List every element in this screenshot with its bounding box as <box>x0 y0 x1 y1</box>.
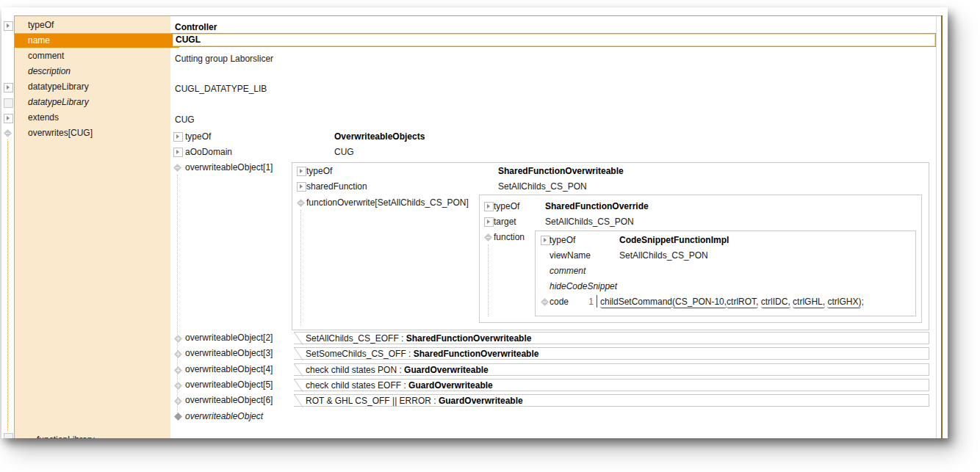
datatype-library-value[interactable]: CUGL_DATATYPE_LIB <box>175 81 267 96</box>
p2-label-typeof[interactable]: typeOf <box>494 199 519 214</box>
instance-name: SetAllChilds_CS_EOFF <box>306 333 399 344</box>
name-input[interactable]: CUGL <box>172 33 936 47</box>
diamond-plus-icon[interactable] <box>174 366 182 374</box>
sidebar-item-label: description <box>28 66 71 76</box>
p1-label-typeof[interactable]: typeOf <box>306 164 332 178</box>
diamond-solid-icon[interactable] <box>174 413 182 421</box>
p1-label-functionoverwrite[interactable]: functionOverwrite[SetAllChilds_CS_PON] <box>306 195 469 210</box>
sidebar-item-label: functionLibrary <box>37 435 95 438</box>
extends-value[interactable]: CUG <box>175 112 195 127</box>
sidebar-item-comment[interactable]: comment <box>15 48 179 63</box>
tree-label-overwriteableobject-1[interactable]: overwriteableObject[1] <box>185 160 273 175</box>
expander-icon[interactable] <box>4 83 13 92</box>
code-token: childSetCommand <box>600 297 672 308</box>
p1-label-sharedfunction[interactable]: sharedFunction <box>306 179 367 194</box>
code-line-number: 1 <box>574 297 594 307</box>
code-token: ; <box>861 297 863 307</box>
separator: : <box>406 349 414 359</box>
p3-label-viewname[interactable]: viewName <box>550 248 591 263</box>
tree-guide <box>488 244 489 316</box>
expander-icon[interactable] <box>297 167 306 176</box>
diamond-icon[interactable] <box>173 164 181 172</box>
expander-icon[interactable] <box>4 114 13 123</box>
expander-icon[interactable] <box>484 202 494 211</box>
diamond-plus-icon[interactable] <box>174 397 182 405</box>
separator: : <box>399 333 406 344</box>
diamond-plus-icon[interactable] <box>174 382 182 390</box>
overwriteable-object-6-box[interactable]: ROT & GHL CS_OFF || ERROR : GuardOverwri… <box>294 394 929 407</box>
sidebar-item-datatypelibrary[interactable]: datatypeLibrary <box>15 79 179 94</box>
diamond-icon[interactable] <box>4 129 12 137</box>
sidebar-item-label: typeOf <box>28 20 54 30</box>
editor-window: typeOf name comment description datatype… <box>1 7 948 438</box>
sidebar-item-description[interactable]: description <box>15 64 179 79</box>
p2-value-typeof[interactable]: SharedFunctionOverride <box>545 199 649 214</box>
tree-label-aoodomain[interactable]: aOoDomain <box>185 145 232 159</box>
instance-name: SetSomeChilds_CS_OFF <box>306 349 406 359</box>
tree-value-aoodomain[interactable]: CUG <box>334 145 354 159</box>
collapsed-notch <box>294 363 303 377</box>
sidebar-item-label: comment <box>28 51 64 61</box>
comment-value[interactable]: Cutting group Laborslicer <box>175 51 273 66</box>
sidebar-item-datatypelibrary-placeholder[interactable]: datatypeLibrary <box>15 95 179 109</box>
sidebar-item-label: datatypeLibrary <box>28 81 89 92</box>
empty-box-icon[interactable] <box>4 433 13 438</box>
expander-icon[interactable] <box>173 132 183 142</box>
collapsed-notch <box>294 332 303 345</box>
name-input-value: CUGL <box>176 35 201 45</box>
tree-label-overwriteableobject-2[interactable]: overwriteableObject[2] <box>185 332 273 344</box>
code-token: ctrlROT, <box>727 297 758 308</box>
overwriteable-object-2-box[interactable]: SetAllChilds_CS_EOFF : SharedFunctionOve… <box>294 332 929 344</box>
p2-value-target[interactable]: SetAllChilds_CS_PON <box>545 214 634 229</box>
p3-label-code[interactable]: code <box>550 294 569 309</box>
tree-label-overwriteableobject-4[interactable]: overwriteableObject[4] <box>185 363 273 376</box>
collapsed-notch <box>294 379 303 392</box>
p3-value-viewname[interactable]: SetAllChilds_CS_PON <box>619 248 708 263</box>
sidebar-item-typeof[interactable]: typeOf <box>15 18 179 32</box>
sidebar-item-functionlibrary[interactable]: functionLibrary <box>26 432 188 438</box>
instance-type: GuardOverwriteable <box>439 396 523 406</box>
expander-icon[interactable] <box>484 217 494 227</box>
overwriteable-object-3-box[interactable]: SetSomeChilds_CS_OFF : SharedFunctionOve… <box>294 347 929 360</box>
tree-label-overwriteableobject-5[interactable]: overwriteableObject[5] <box>185 379 273 391</box>
expander-icon[interactable] <box>4 21 13 31</box>
p3-value-typeof[interactable]: CodeSnippetFunctionImpl <box>619 233 729 247</box>
code-token: ctrlGHL, <box>793 297 825 308</box>
instance-type: SharedFunctionOverwriteable <box>414 349 539 359</box>
tree-guide <box>177 175 178 413</box>
sidebar-item-label: datatypeLibrary <box>28 97 89 107</box>
content-right-border <box>936 16 937 438</box>
code-gutter-divider <box>597 295 597 308</box>
empty-box-icon[interactable] <box>4 98 13 108</box>
code-editor-line[interactable]: childSetCommand(CS_PON-10,ctrlROT, ctrlI… <box>600 297 864 307</box>
overwriteable-object-5-box[interactable]: check child states EOFF : GuardOverwrite… <box>294 379 929 391</box>
expander-icon[interactable] <box>297 182 306 192</box>
sidebar-item-extends[interactable]: extends <box>15 110 179 125</box>
window-right-border <box>941 15 943 438</box>
tree-label-typeof[interactable]: typeOf <box>185 129 211 144</box>
tree-label-overwriteableobject-6[interactable]: overwriteableObject[6] <box>185 394 273 407</box>
p1-value-typeof[interactable]: SharedFunctionOverwriteable <box>498 164 624 178</box>
tree-value-typeof[interactable]: OverwriteableObjects <box>334 129 425 144</box>
sidebar-item-name[interactable]: name <box>15 33 179 48</box>
overwriteable-object-4-box[interactable]: check child states PON : GuardOverwritea… <box>294 363 929 376</box>
p3-label-typeof[interactable]: typeOf <box>550 233 575 247</box>
tree-guide <box>300 210 301 326</box>
instance-name: ROT & GHL CS_OFF || ERROR <box>306 396 431 406</box>
p3-label-hidecodesnippet[interactable]: hideCodeSnippet <box>550 279 617 294</box>
instance-name: check child states PON <box>306 365 397 375</box>
tree-label-overwriteableobject-3[interactable]: overwriteableObject[3] <box>185 347 273 360</box>
p2-label-target[interactable]: target <box>494 214 516 229</box>
sidebar-item-overwrites[interactable]: overwrites[CUG] <box>15 126 179 140</box>
tree-label-overwriteableobject-placeholder[interactable]: overwriteableObject <box>185 409 263 424</box>
collapsed-notch <box>294 394 303 407</box>
p2-label-function[interactable]: function <box>494 230 525 244</box>
p1-value-sharedfunction[interactable]: SetAllChilds_CS_PON <box>498 179 587 194</box>
diamond-plus-icon[interactable] <box>174 350 182 358</box>
expander-icon[interactable] <box>173 148 183 157</box>
sidebar-item-label: overwrites[CUG] <box>28 128 93 138</box>
instance-name: check child states EOFF <box>306 380 401 391</box>
diamond-plus-icon[interactable] <box>174 335 182 343</box>
code-token: ctrlGHX) <box>827 297 861 308</box>
p3-label-comment[interactable]: comment <box>550 264 586 278</box>
